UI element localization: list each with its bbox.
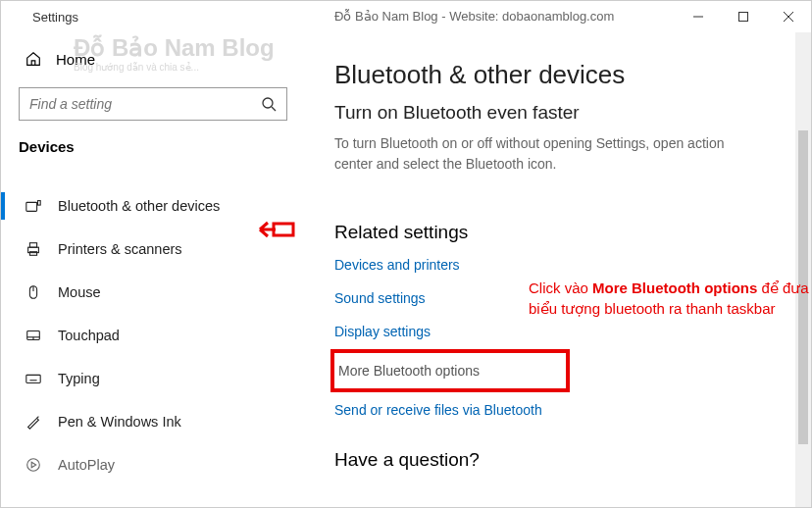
sidebar-item-label: Bluetooth & other devices bbox=[58, 198, 220, 214]
sidebar-item-pen[interactable]: Pen & Windows Ink bbox=[1, 400, 305, 443]
bluetooth-icon bbox=[25, 197, 42, 215]
sidebar-item-typing[interactable]: Typing bbox=[1, 357, 305, 400]
sidebar-item-touchpad[interactable]: Touchpad bbox=[1, 314, 305, 357]
home-label: Home bbox=[56, 51, 95, 68]
annotation-arrow-icon bbox=[258, 219, 295, 244]
search-input[interactable] bbox=[29, 96, 261, 112]
related-title: Related settings bbox=[334, 222, 811, 243]
svg-point-21 bbox=[27, 459, 40, 472]
touchpad-icon bbox=[25, 327, 42, 344]
sidebar-item-label: AutoPlay bbox=[58, 457, 115, 473]
printer-icon bbox=[25, 240, 42, 258]
typing-icon bbox=[25, 370, 42, 387]
link-devices-printers[interactable]: Devices and printers bbox=[334, 257, 811, 273]
sidebar-item-label: Pen & Windows Ink bbox=[58, 414, 181, 430]
page-desc: To turn Bluetooth on or off without open… bbox=[334, 133, 756, 175]
sidebar-item-label: Printers & scanners bbox=[58, 241, 182, 257]
svg-rect-6 bbox=[26, 202, 37, 211]
sidebar-item-label: Typing bbox=[58, 371, 100, 386]
autoplay-icon bbox=[25, 456, 42, 474]
sidebar: Home Devices Bluetooth & other devices P… bbox=[1, 32, 305, 507]
svg-rect-16 bbox=[26, 375, 40, 382]
content-pane: Bluetooth & other devices Turn on Blueto… bbox=[305, 32, 811, 507]
maximize-button[interactable] bbox=[721, 1, 766, 32]
link-display-settings[interactable]: Display settings bbox=[334, 324, 811, 339]
page-title: Bluetooth & other devices bbox=[334, 60, 811, 90]
link-send-receive-bt[interactable]: Send or receive files via Bluetooth bbox=[334, 402, 811, 418]
home-button[interactable]: Home bbox=[1, 38, 305, 79]
scrollbar[interactable] bbox=[795, 32, 811, 507]
titlebar: Settings Đỗ Bảo Nam Blog - Website: doba… bbox=[1, 1, 811, 32]
sidebar-item-autoplay[interactable]: AutoPlay bbox=[1, 443, 305, 486]
section-label: Devices bbox=[1, 138, 305, 161]
sidebar-item-label: Touchpad bbox=[58, 328, 120, 343]
svg-rect-22 bbox=[274, 224, 293, 235]
sidebar-item-mouse[interactable]: Mouse bbox=[1, 271, 305, 314]
window-title: Settings bbox=[32, 10, 78, 25]
mouse-icon bbox=[25, 283, 42, 301]
close-button[interactable] bbox=[766, 1, 811, 32]
svg-line-5 bbox=[272, 107, 276, 111]
search-input-wrap[interactable] bbox=[19, 87, 287, 121]
svg-rect-1 bbox=[739, 13, 748, 22]
question-heading: Have a question? bbox=[334, 449, 811, 471]
page-subhead: Turn on Bluetooth even faster bbox=[334, 102, 811, 124]
link-more-bluetooth[interactable]: More Bluetooth options bbox=[338, 363, 566, 379]
annotation-text: Click vào More Bluetooth options để đưa … bbox=[529, 278, 812, 319]
svg-point-4 bbox=[263, 98, 273, 108]
minimize-button[interactable] bbox=[676, 1, 721, 32]
pen-icon bbox=[25, 413, 42, 431]
sidebar-item-label: Mouse bbox=[58, 284, 101, 300]
svg-rect-9 bbox=[29, 243, 36, 248]
svg-rect-7 bbox=[38, 201, 41, 206]
search-icon bbox=[261, 96, 277, 112]
home-icon bbox=[25, 50, 42, 68]
titlebar-center-text: Đỗ Bảo Nam Blog - Website: dobaonamblog.… bbox=[334, 9, 614, 24]
more-bluetooth-highlight: More Bluetooth options bbox=[330, 349, 570, 392]
